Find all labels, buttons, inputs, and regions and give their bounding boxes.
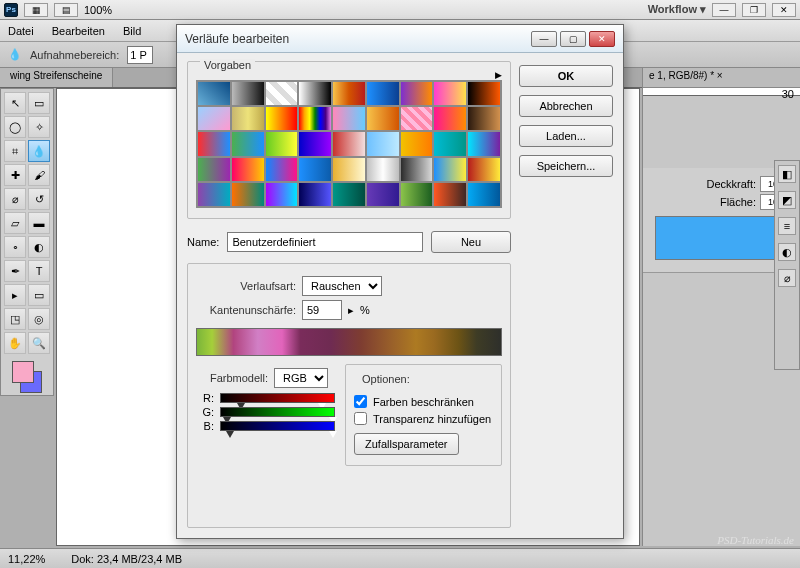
foreground-swatch[interactable]	[12, 361, 34, 383]
restore-app-button[interactable]: ❐	[742, 3, 766, 17]
add-transparency-checkbox[interactable]	[354, 412, 367, 425]
gradient-preset[interactable]	[265, 131, 299, 156]
gradient-preset[interactable]	[366, 182, 400, 207]
gradient-tool[interactable]: ▬	[28, 212, 50, 234]
new-button[interactable]: Neu	[431, 231, 511, 253]
history-brush-tool[interactable]: ↺	[28, 188, 50, 210]
gradient-preset[interactable]	[298, 106, 332, 131]
gradient-preset[interactable]	[433, 157, 467, 182]
b-slider[interactable]	[220, 421, 335, 431]
gradient-preset[interactable]	[400, 157, 434, 182]
gradient-preset[interactable]	[467, 106, 501, 131]
color-model-select[interactable]: RGB	[274, 368, 328, 388]
gradient-preset[interactable]	[265, 182, 299, 207]
zoom-readout[interactable]: 11,22%	[8, 553, 45, 565]
gradient-preset[interactable]	[298, 131, 332, 156]
maximize-button[interactable]: ▢	[560, 31, 586, 47]
minimize-button[interactable]: —	[531, 31, 557, 47]
workflow-dropdown[interactable]: Workflow ▾	[648, 3, 706, 16]
brush-tool[interactable]: 🖌	[28, 164, 50, 186]
gradient-preset[interactable]	[400, 106, 434, 131]
gradient-preset[interactable]	[265, 81, 299, 106]
panel-icon[interactable]: ◐	[778, 243, 796, 261]
gradient-preset[interactable]	[298, 182, 332, 207]
gradient-type-select[interactable]: Rauschen	[302, 276, 382, 296]
gradient-preset[interactable]	[332, 182, 366, 207]
path-select-tool[interactable]: ▸	[4, 284, 26, 306]
gradient-preset[interactable]	[231, 81, 265, 106]
menu-bearbeiten[interactable]: Bearbeiten	[52, 25, 105, 37]
gradient-preset[interactable]	[197, 157, 231, 182]
gradient-preset[interactable]	[231, 131, 265, 156]
minimize-app-button[interactable]: —	[712, 3, 736, 17]
add-transparency-label[interactable]: Transparenz hinzufügen	[373, 413, 491, 425]
randomize-button[interactable]: Zufallsparameter	[354, 433, 459, 455]
eyedropper-tool[interactable]: 💧	[28, 140, 50, 162]
hand-tool[interactable]: ✋	[4, 332, 26, 354]
shape-tool[interactable]: ▭	[28, 284, 50, 306]
gradient-preset[interactable]	[366, 81, 400, 106]
marquee-tool[interactable]: ▭	[28, 92, 50, 114]
gradient-preset[interactable]	[197, 131, 231, 156]
gradient-preset[interactable]	[433, 106, 467, 131]
blur-tool[interactable]: ∘	[4, 236, 26, 258]
gradient-preset[interactable]	[366, 106, 400, 131]
close-app-button[interactable]: ✕	[772, 3, 796, 17]
gradient-preset[interactable]	[298, 81, 332, 106]
sample-size-input[interactable]	[127, 46, 153, 64]
save-button[interactable]: Speichern...	[519, 155, 613, 177]
gradient-preset[interactable]	[433, 131, 467, 156]
gradient-preset[interactable]	[467, 81, 501, 106]
stamp-tool[interactable]: ⌀	[4, 188, 26, 210]
gradient-preset[interactable]	[366, 131, 400, 156]
eraser-tool[interactable]: ▱	[4, 212, 26, 234]
zoom-tool[interactable]: 🔍	[28, 332, 50, 354]
titlebar-button[interactable]: ▦	[24, 3, 48, 17]
lasso-tool[interactable]: ◯	[4, 116, 26, 138]
gradient-preset[interactable]	[467, 157, 501, 182]
camera-tool[interactable]: ◎	[28, 308, 50, 330]
gradient-preset[interactable]	[231, 106, 265, 131]
preset-grid[interactable]	[196, 80, 502, 208]
r-slider[interactable]	[220, 393, 335, 403]
panel-icon[interactable]: ◧	[778, 165, 796, 183]
gradient-preview[interactable]	[196, 328, 502, 356]
gradient-preset[interactable]	[265, 157, 299, 182]
gradient-preset[interactable]	[467, 182, 501, 207]
document-tab[interactable]: wing Streifenscheine	[0, 68, 113, 87]
gradient-preset[interactable]	[332, 106, 366, 131]
gradient-preset[interactable]	[332, 157, 366, 182]
gradient-preset[interactable]	[400, 131, 434, 156]
menu-datei[interactable]: Datei	[8, 25, 34, 37]
gradient-preset[interactable]	[400, 81, 434, 106]
gradient-preset[interactable]	[332, 81, 366, 106]
move-tool[interactable]: ↖	[4, 92, 26, 114]
type-tool[interactable]: T	[28, 260, 50, 282]
name-input[interactable]	[227, 232, 423, 252]
gradient-preset[interactable]	[197, 106, 231, 131]
layer-thumbnail[interactable]	[655, 216, 788, 260]
color-swatches[interactable]	[3, 361, 51, 393]
gradient-preset[interactable]	[366, 157, 400, 182]
gradient-preset[interactable]	[433, 81, 467, 106]
ok-button[interactable]: OK	[519, 65, 613, 87]
gradient-preset[interactable]	[332, 131, 366, 156]
gradient-preset[interactable]	[265, 106, 299, 131]
cancel-button[interactable]: Abbrechen	[519, 95, 613, 117]
menu-bild[interactable]: Bild	[123, 25, 141, 37]
dodge-tool[interactable]: ◐	[28, 236, 50, 258]
gradient-preset[interactable]	[231, 157, 265, 182]
gradient-preset[interactable]	[433, 182, 467, 207]
roughness-input[interactable]	[302, 300, 342, 320]
wand-tool[interactable]: ✧	[28, 116, 50, 138]
panel-icon[interactable]: ⌀	[778, 269, 796, 287]
3d-tool[interactable]: ◳	[4, 308, 26, 330]
restrict-colors-label[interactable]: Farben beschränken	[373, 396, 474, 408]
presets-menu-icon[interactable]: ▶	[495, 70, 502, 80]
pen-tool[interactable]: ✒	[4, 260, 26, 282]
document-tab-2[interactable]: e 1, RGB/8#) * ×	[643, 68, 800, 88]
roughness-spinner-icon[interactable]: ▸	[348, 304, 354, 317]
load-button[interactable]: Laden...	[519, 125, 613, 147]
dialog-titlebar[interactable]: Verläufe bearbeiten — ▢ ✕	[177, 25, 623, 53]
gradient-preset[interactable]	[231, 182, 265, 207]
